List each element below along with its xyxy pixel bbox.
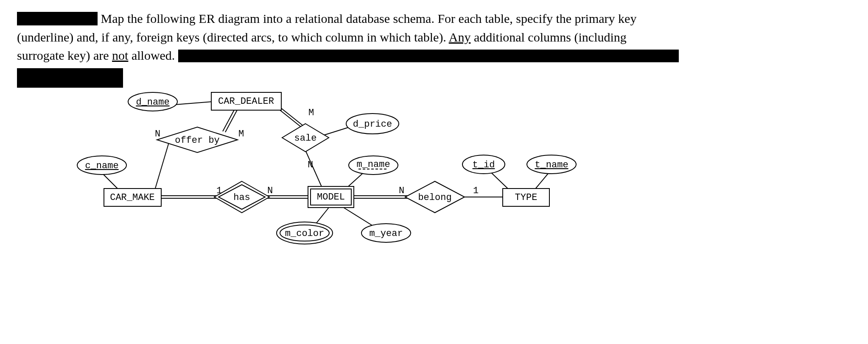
question-line2-post: additional columns (including	[470, 30, 626, 44]
relationship-has-identifying: has	[214, 181, 269, 213]
question-line2-pre: (underline) and, if any, foreign keys (d…	[17, 30, 449, 44]
attribute-m-year: m_year	[361, 224, 411, 242]
attribute-t-id-label: t_id	[473, 160, 495, 170]
relationship-sale-label: sale	[294, 133, 317, 144]
attribute-d-price-label: d_price	[353, 119, 392, 130]
attribute-t-name-label: t_name	[535, 160, 568, 170]
redact-block-2	[178, 50, 679, 62]
redact-block-1	[17, 12, 98, 25]
card-sale-model: N	[308, 160, 313, 170]
entity-model-label: MODEL	[317, 192, 345, 203]
word-not: not	[112, 48, 128, 62]
entity-car-make: CAR_MAKE	[104, 189, 161, 206]
attribute-c-name-label: c_name	[85, 161, 118, 171]
relationship-offer-by-label: offer by	[175, 135, 220, 146]
attribute-t-id: t_id	[462, 155, 505, 174]
svg-line-5	[155, 140, 170, 190]
attribute-m-year-label: m_year	[369, 228, 403, 239]
attribute-m-color-multivalued: m_color	[277, 222, 333, 244]
card-sale-cardealer: M	[308, 108, 314, 118]
relationship-sale: sale	[282, 124, 329, 152]
relationship-belong: belong	[405, 181, 465, 213]
page: Map the following ER diagram into a rela…	[0, 0, 868, 344]
question-line3-post: allowed.	[128, 48, 178, 62]
card-has-carmake: 1	[216, 186, 222, 196]
word-any: Any	[449, 30, 471, 44]
svg-line-2	[225, 108, 238, 132]
attribute-m-name-label: m_name	[356, 159, 390, 170]
card-belong-type: 1	[473, 186, 479, 196]
svg-line-6	[102, 173, 119, 190]
entity-type: TYPE	[503, 189, 549, 206]
entity-car-dealer: CAR_DEALER	[211, 92, 281, 110]
svg-line-1	[223, 108, 235, 131]
card-offer-by-carmake: N	[155, 129, 160, 139]
attribute-m-color-label: m_color	[285, 228, 324, 239]
attribute-c-name: c_name	[77, 156, 126, 175]
question-text: Map the following ER diagram into a rela…	[17, 9, 815, 90]
entity-model-weak: MODEL	[308, 186, 354, 208]
er-diagram: CAR_DEALER CAR_MAKE MODEL TYPE	[0, 85, 868, 339]
entity-type-label: TYPE	[515, 192, 538, 203]
card-belong-model: N	[399, 186, 404, 196]
relationship-belong-label: belong	[418, 192, 451, 203]
attribute-t-name: t_name	[527, 155, 576, 174]
card-has-model: N	[267, 186, 273, 196]
relationship-has-label: has	[233, 192, 250, 203]
attribute-m-name: m_name	[349, 156, 398, 175]
question-line3-pre: surrogate key) are	[17, 48, 112, 62]
attribute-d-price: d_price	[346, 114, 399, 134]
card-offer-by-cardealer: M	[238, 129, 244, 139]
question-line1: Map the following ER diagram into a rela…	[101, 11, 637, 25]
entity-car-make-label: CAR_MAKE	[110, 192, 155, 203]
attribute-d-name-label: d_name	[136, 97, 169, 108]
attribute-d-name: d_name	[128, 92, 177, 111]
entity-car-dealer-label: CAR_DEALER	[218, 96, 274, 107]
